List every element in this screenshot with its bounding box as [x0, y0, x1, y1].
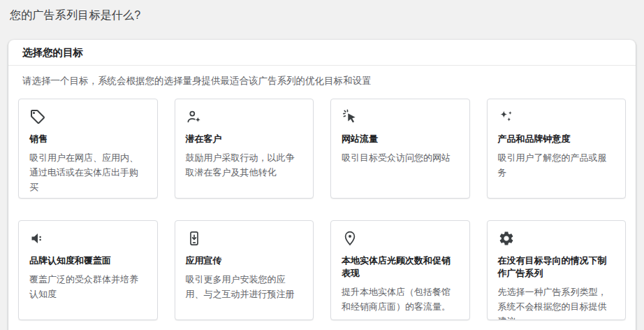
goal-card[interactable]: 本地实体店光顾次数和促销表现 提升本地实体店（包括餐馆和经销商店面）的客流量。 [330, 220, 470, 320]
goal-description: 吸引用户了解您的产品或服务 [498, 151, 615, 180]
page-title: 您的广告系列目标是什么? [10, 8, 140, 23]
goal-card[interactable]: 销售 吸引用户在网店、应用内、通过电话或在实体店出手购买 [18, 99, 158, 199]
megaphone-speaker-icon [29, 230, 46, 247]
goal-selection-panel: 选择您的目标 请选择一个目标，系统会根据您的选择量身提供最适合该广告系列的优化目… [8, 40, 636, 330]
goal-card[interactable]: 潜在客户 鼓励用户采取行动，以此争取潜在客户及其他转化 [175, 99, 314, 199]
leads-person-icon [186, 108, 203, 125]
panel-title: 选择您的目标 [22, 46, 83, 59]
goal-title: 销售 [29, 133, 147, 145]
goal-card[interactable]: 应用宣传 吸引更多用户安装您的应用、与之互动并进行预注册 [175, 220, 314, 320]
phone-download-icon [186, 230, 203, 247]
cursor-click-icon [342, 108, 358, 125]
goal-description: 先选择一种广告系列类型，系统不会根据您的目标提供建议。 [498, 285, 615, 320]
goal-title: 品牌认知度和覆盖面 [29, 254, 147, 267]
panel-header: 选择您的目标 [8, 40, 636, 66]
goal-card[interactable]: 网站流量 吸引目标受众访问您的网站 [330, 99, 470, 199]
goal-description: 吸引更多用户安装您的应用、与之互动并进行预注册 [186, 273, 303, 302]
goal-title: 应用宣传 [186, 254, 303, 267]
goal-title: 在没有目标导向的情况下制作广告系列 [498, 254, 615, 280]
goal-title: 本地实体店光顾次数和促销表现 [342, 254, 459, 280]
location-pin-icon [342, 230, 358, 247]
sparkle-icon [498, 108, 515, 125]
price-tag-icon [29, 108, 46, 125]
goal-description: 鼓励用户采取行动，以此争取潜在客户及其他转化 [186, 151, 303, 180]
goal-card[interactable]: 品牌认知度和覆盖面 覆盖广泛的受众群体并培养认知度 [18, 220, 158, 320]
goal-description: 吸引用户在网店、应用内、通过电话或在实体店出手购买 [29, 151, 147, 194]
goal-title: 网站流量 [342, 133, 459, 145]
goal-description: 吸引目标受众访问您的网站 [342, 151, 459, 166]
goal-description: 覆盖广泛的受众群体并培养认知度 [29, 273, 147, 302]
goal-title: 潜在客户 [186, 133, 303, 145]
goal-card[interactable]: 产品和品牌钟意度 吸引用户了解您的产品或服务 [487, 99, 627, 199]
goal-description: 提升本地实体店（包括餐馆和经销商店面）的客流量。 [342, 285, 459, 315]
goal-title: 产品和品牌钟意度 [498, 133, 615, 145]
panel-description: 请选择一个目标，系统会根据您的选择量身提供最适合该广告系列的优化目标和设置 [22, 75, 622, 87]
goals-grid: 销售 吸引用户在网店、应用内、通过电话或在实体店出手购买 潜在客户 鼓励用户采取… [8, 92, 636, 330]
goal-card[interactable]: 在没有目标导向的情况下制作广告系列 先选择一种广告系列类型，系统不会根据您的目标… [487, 220, 627, 320]
gear-icon [498, 230, 515, 247]
